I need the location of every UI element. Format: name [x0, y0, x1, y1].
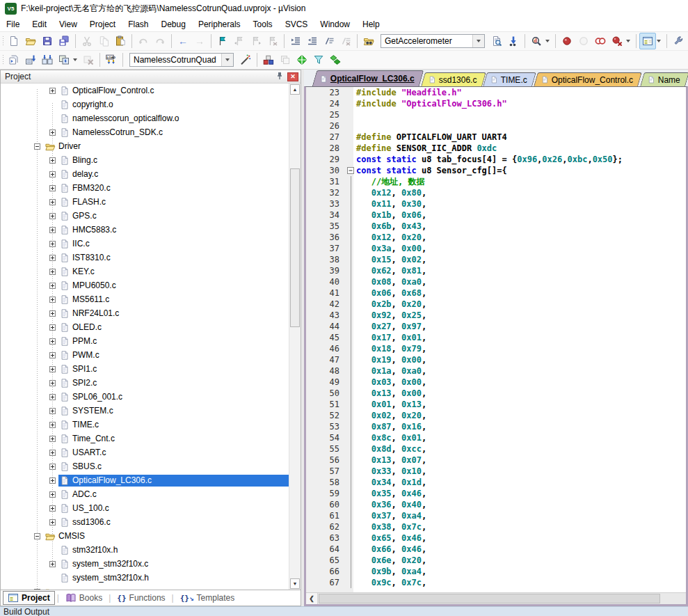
- tree-item-body[interactable]: FLASH.c: [58, 196, 289, 208]
- editor-tab-time-c[interactable]: TIME.c: [483, 72, 537, 86]
- tree-item-body[interactable]: system_stm32f10x.h: [58, 572, 289, 584]
- panel-tab-functions[interactable]: {}Functions: [113, 591, 169, 605]
- menu-peripherals[interactable]: Peripherals: [192, 17, 247, 31]
- tree-item-key-c[interactable]: KEY.c: [1, 264, 289, 278]
- copy-button[interactable]: [95, 33, 112, 49]
- tree-item-body[interactable]: PPM.c: [58, 335, 289, 347]
- tree-item-body[interactable]: Driver: [43, 141, 289, 152]
- project-tree-scrollbar[interactable]: ▲ ▼: [289, 84, 301, 590]
- tree-item-ms5611-c[interactable]: MS5611.c: [1, 292, 289, 306]
- tree-item-oled-c[interactable]: OLED.c: [1, 320, 289, 334]
- tree-item-namelesscotrun-sdk-c[interactable]: NamelessCotrun_SDK.c: [1, 125, 289, 139]
- tree-item-spl06-001-c[interactable]: SPL06_001.c: [1, 390, 289, 404]
- uncomment-button[interactable]: [337, 33, 354, 49]
- editor-tab-opticalflow-lc306-c[interactable]: OpticalFlow_LC306.c: [312, 70, 424, 86]
- project-window-toggle-button[interactable]: [639, 33, 656, 49]
- tree-item-body[interactable]: OLED.c: [58, 322, 289, 333]
- expand-toggle-icon[interactable]: [34, 589, 43, 590]
- expand-toggle-icon[interactable]: [49, 380, 58, 386]
- auto-hide-button[interactable]: [274, 72, 285, 81]
- panel-tab-books[interactable]: Books: [61, 591, 106, 605]
- menu-help[interactable]: Help: [356, 17, 386, 31]
- clear-bookmarks-button[interactable]: [264, 33, 281, 49]
- tree-item-adc-c[interactable]: ADC.c: [1, 487, 289, 501]
- chevron-down-icon[interactable]: [221, 54, 233, 66]
- new-file-button[interactable]: [6, 33, 22, 49]
- redo-button[interactable]: [152, 33, 168, 49]
- open-file-button[interactable]: [22, 33, 39, 49]
- expand-toggle-icon[interactable]: [49, 213, 58, 219]
- panel-tab-project[interactable]: Project: [3, 591, 55, 605]
- tree-item-nrf24l01-c[interactable]: NRF24L01.c: [1, 306, 289, 320]
- tree-item-body[interactable]: IIC.c: [58, 238, 289, 250]
- undo-button[interactable]: [135, 33, 152, 49]
- options-for-target-button[interactable]: [237, 52, 254, 68]
- indent-button[interactable]: [287, 33, 304, 49]
- incremental-find-button[interactable]: [505, 33, 522, 49]
- expand-toggle-icon[interactable]: [49, 241, 58, 247]
- expand-toggle-icon[interactable]: [49, 338, 58, 345]
- expand-toggle-icon[interactable]: [49, 519, 58, 526]
- manage-components-button[interactable]: [260, 52, 277, 68]
- tree-item-body[interactable]: SPI1.c: [58, 363, 289, 375]
- tree-item-body[interactable]: delay.c: [58, 168, 289, 180]
- enable-all-breakpoints-button[interactable]: [592, 33, 609, 49]
- tree-item-spi1-c[interactable]: SPI1.c: [1, 362, 289, 376]
- batch-build-button[interactable]: [56, 52, 72, 68]
- paste-button[interactable]: [112, 33, 129, 49]
- tree-item-body[interactable]: ssd1306.c: [58, 516, 289, 528]
- target-combobox-value[interactable]: NamelessCotrunQuad: [130, 55, 221, 65]
- tree-item-body[interactable]: SBUS.c: [58, 461, 289, 473]
- tree-item-ssd1306-c[interactable]: ssd1306.c: [1, 515, 289, 529]
- tree-item-body[interactable]: IST8310.c: [58, 252, 289, 264]
- expand-toggle-icon[interactable]: [49, 394, 58, 400]
- expand-toggle-icon[interactable]: [49, 422, 58, 428]
- menu-debug[interactable]: Debug: [155, 17, 192, 31]
- tree-item-opticalflow-control-c[interactable]: OpticalFlow_Control.c: [1, 84, 289, 97]
- tree-item-driver[interactable]: Driver: [1, 139, 289, 153]
- search-combobox[interactable]: GetAccelerometer: [381, 34, 485, 48]
- tree-item-body[interactable]: USART.c: [58, 447, 289, 459]
- expand-toggle-icon[interactable]: [49, 157, 58, 164]
- tree-item-body[interactable]: OpticalFlow_LC306.c: [58, 475, 289, 487]
- tree-item-time-c[interactable]: TIME.c: [1, 418, 289, 432]
- tree-item-mpu6050-c[interactable]: MPU6050.c: [1, 278, 289, 292]
- expand-toggle-icon[interactable]: [34, 533, 43, 539]
- menu-flash[interactable]: Flash: [122, 17, 154, 31]
- navigate-forward-button[interactable]: →: [191, 33, 208, 49]
- expand-toggle-icon[interactable]: [49, 408, 58, 414]
- tree-item-item[interactable]: [1, 585, 289, 590]
- expand-toggle-icon[interactable]: [49, 269, 58, 275]
- stop-build-button[interactable]: [80, 52, 97, 68]
- tree-item-body[interactable]: SPL06_001.c: [58, 391, 289, 403]
- tree-item-body[interactable]: NamelessCotrun_SDK.c: [58, 127, 289, 139]
- tree-item-gps-c[interactable]: GPS.c: [1, 209, 289, 223]
- expand-toggle-icon[interactable]: [49, 505, 58, 512]
- chevron-down-icon[interactable]: [545, 40, 550, 42]
- tree-item-body[interactable]: HMC5883.c: [58, 224, 289, 236]
- tree-item-body[interactable]: KEY.c: [58, 266, 289, 278]
- expand-toggle-icon[interactable]: [49, 464, 58, 470]
- menu-edit[interactable]: Edit: [26, 17, 53, 31]
- tree-item-ppm-c[interactable]: PPM.c: [1, 334, 289, 348]
- tree-item-body[interactable]: copyright.o: [58, 99, 289, 111]
- tree-item-cmsis[interactable]: CMSIS: [1, 529, 289, 543]
- editor-hscrollbar[interactable]: ❮: [306, 592, 686, 604]
- menu-project[interactable]: Project: [83, 17, 122, 31]
- tree-item-sbus-c[interactable]: SBUS.c: [1, 459, 289, 473]
- tree-item-ist8310-c[interactable]: IST8310.c: [1, 251, 289, 264]
- tree-item-body[interactable]: MS5611.c: [58, 294, 289, 306]
- code-area[interactable]: 23#include "Headfile.h"24#include "Optic…: [306, 87, 686, 592]
- tree-item-hmc5883-c[interactable]: HMC5883.c: [1, 223, 289, 237]
- toggle-bookmark-button[interactable]: [214, 33, 231, 49]
- build-button[interactable]: [22, 52, 39, 68]
- runtime-environment-button[interactable]: [294, 52, 310, 68]
- disable-breakpoint-button[interactable]: [575, 33, 592, 49]
- chevron-down-icon[interactable]: [472, 35, 484, 47]
- scroll-up-icon[interactable]: ▲: [290, 84, 300, 95]
- tree-item-flash-c[interactable]: FLASH.c: [1, 195, 289, 209]
- expand-toggle-icon[interactable]: [49, 324, 58, 331]
- rebuild-all-button[interactable]: [39, 52, 56, 68]
- tree-item-body[interactable]: [43, 586, 289, 590]
- tree-item-body[interactable]: NRF24L01.c: [58, 308, 289, 319]
